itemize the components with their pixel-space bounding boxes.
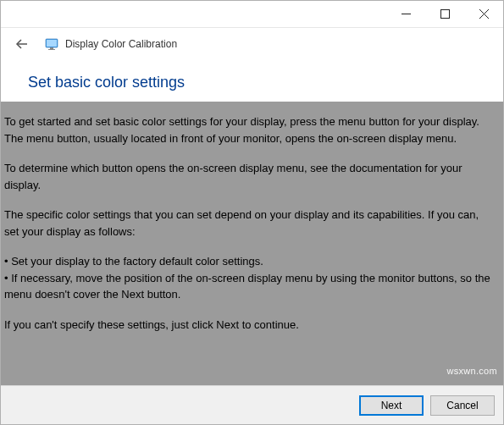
footer: Next Cancel <box>1 385 503 424</box>
next-button[interactable]: Next <box>359 395 424 416</box>
content: Set basic color settings To get started … <box>1 60 503 385</box>
minimize-button[interactable] <box>386 1 425 27</box>
back-button[interactable] <box>14 36 30 52</box>
paragraph: To get started and set basic color setti… <box>4 113 495 146</box>
maximize-button[interactable] <box>425 1 464 27</box>
app-title-text: Display Color Calibration <box>65 38 177 50</box>
titlebar <box>1 1 503 28</box>
svg-rect-8 <box>48 49 55 50</box>
body-text: To get started and set basic color setti… <box>1 102 503 385</box>
app-title: Display Color Calibration <box>45 37 177 51</box>
maximize-icon <box>440 9 450 19</box>
watermark: wsxwn.com <box>446 366 497 376</box>
svg-rect-1 <box>440 10 449 19</box>
heading-area: Set basic color settings <box>1 60 503 102</box>
bullet-list: • Set your display to the factory defaul… <box>4 253 495 303</box>
page-heading: Set basic color settings <box>28 74 476 91</box>
paragraph: To determine which button opens the on-s… <box>4 160 495 193</box>
cancel-button[interactable]: Cancel <box>430 395 495 416</box>
minimize-icon <box>402 9 411 19</box>
app-icon <box>45 37 58 51</box>
paragraph: If you can't specify these settings, jus… <box>4 317 495 334</box>
svg-rect-6 <box>47 40 57 47</box>
back-arrow-icon <box>15 37 29 51</box>
paragraph: The specific color settings that you can… <box>4 207 495 240</box>
window: Display Color Calibration Set basic colo… <box>0 0 504 425</box>
bullet-item: • Set your display to the factory defaul… <box>4 253 495 270</box>
svg-rect-7 <box>50 47 53 49</box>
close-icon <box>479 9 489 19</box>
close-button[interactable] <box>464 1 503 27</box>
header: Display Color Calibration <box>1 28 503 60</box>
bullet-item: • If necessary, move the position of the… <box>4 270 495 303</box>
